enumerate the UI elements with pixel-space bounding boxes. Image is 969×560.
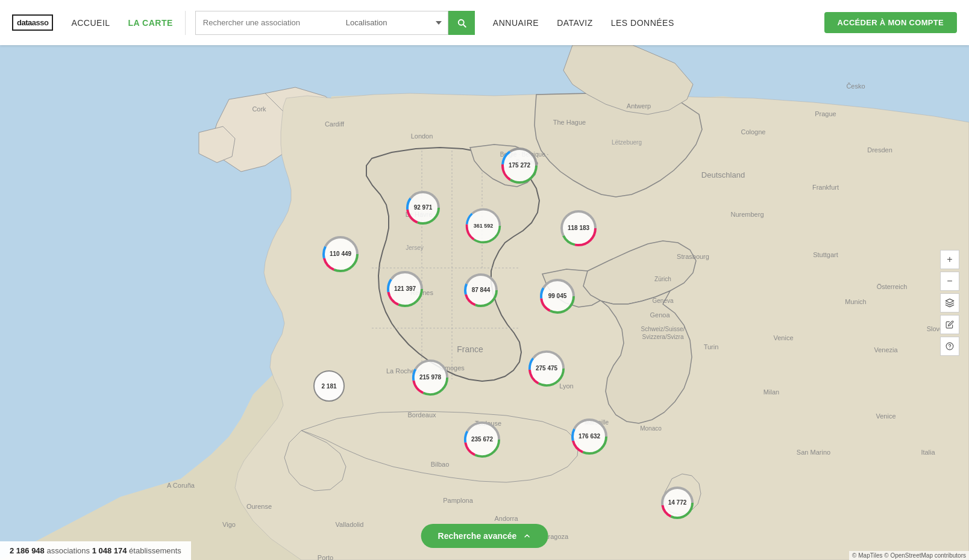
cluster-label-87844: 87 844 (472, 287, 491, 294)
association-label: associations (46, 546, 92, 555)
svg-text:Bordeaux: Bordeaux (407, 411, 436, 418)
svg-text:Pamplona: Pamplona (443, 497, 473, 504)
header: dataasso ACCUEIL LA CARTE Localisation A… (0, 0, 969, 45)
cluster-110449[interactable]: 110 449 (321, 235, 360, 273)
help-icon (945, 342, 954, 350)
cluster-275475[interactable]: 275 475 (527, 349, 566, 388)
svg-text:Milan: Milan (764, 388, 779, 396)
svg-text:Munich: Munich (845, 298, 866, 305)
cluster-235672[interactable]: 235 672 (463, 420, 501, 459)
svg-text:Jersey: Jersey (406, 244, 423, 251)
svg-text:Schweiz/Suisse/: Schweiz/Suisse/ (641, 326, 685, 332)
cluster-label-2181: 2 181 (321, 383, 336, 390)
svg-text:London: London (411, 132, 433, 140)
cluster-label-99045: 99 045 (548, 293, 567, 300)
search-icon (456, 17, 467, 28)
svg-text:Italia: Italia (921, 449, 935, 456)
search-button[interactable] (448, 11, 475, 35)
help-button[interactable] (940, 337, 959, 356)
svg-text:Venezia: Venezia (874, 346, 898, 353)
cluster-label-14772: 14 772 (668, 499, 687, 506)
svg-text:Valladolid: Valladolid (336, 521, 364, 528)
localisation-select[interactable]: Localisation (340, 11, 448, 35)
logo-part2: asso (32, 18, 49, 27)
svg-text:San Marino: San Marino (797, 449, 830, 456)
bottom-bar: 2 186 948 associations 1 048 174 établis… (0, 541, 191, 560)
cluster-label-215978: 215 978 (419, 374, 441, 381)
zoom-in-button[interactable]: + (940, 250, 959, 269)
cluster-label-92971: 92 971 (414, 204, 433, 211)
etablissement-count: 1 048 174 (92, 546, 127, 555)
cluster-175272[interactable]: 175 272 (500, 146, 539, 185)
nav-right: ANNUAIRE DATAVIZ LES DONNÉES (493, 18, 674, 28)
cluster-14772[interactable]: 14 772 (658, 484, 697, 522)
svg-text:Cardiff: Cardiff (325, 120, 345, 128)
cluster-215978[interactable]: 215 978 (411, 358, 450, 397)
nav-accueil[interactable]: ACCUEIL (71, 18, 110, 28)
cluster-176632[interactable]: 176 632 (570, 417, 609, 456)
nav-dataviz[interactable]: DATAVIZ (557, 18, 593, 28)
zoom-out-button[interactable]: − (940, 272, 959, 291)
search-area: Localisation (195, 11, 475, 35)
svg-text:Zürich: Zürich (654, 276, 671, 282)
cluster-label-361592: 361 592 (474, 223, 494, 229)
layers-icon (945, 298, 955, 308)
etablissement-label: établissements (129, 546, 181, 555)
svg-text:Prague: Prague (815, 110, 836, 117)
nav-annuaire[interactable]: ANNUAIRE (493, 18, 539, 28)
svg-text:Deutschland: Deutschland (701, 170, 745, 179)
svg-text:Monaco: Monaco (640, 425, 662, 432)
svg-text:The Hague: The Hague (553, 119, 586, 126)
nav-les-donnees[interactable]: LES DONNÉES (611, 18, 674, 28)
cluster-label-235672: 235 672 (471, 436, 493, 443)
cluster-label-176632: 176 632 (579, 433, 600, 440)
svg-text:Frankfurt: Frankfurt (812, 184, 839, 191)
cluster-361592[interactable]: 361 592 (464, 207, 503, 245)
logo[interactable]: dataasso (12, 14, 53, 31)
svg-text:Andorra: Andorra (494, 515, 518, 522)
map-attribution: © MapTiles © OpenStreetMap contributors (849, 551, 969, 560)
svg-text:Stuttgart: Stuttgart (813, 251, 838, 258)
cluster-2181[interactable]: 2 181 (313, 370, 345, 402)
cluster-92971[interactable]: 92 971 (404, 188, 442, 227)
svg-text:Genoa: Genoa (650, 311, 670, 319)
cluster-label-121397: 121 397 (394, 285, 416, 293)
svg-text:Strasbourg: Strasbourg (677, 253, 709, 260)
map-container[interactable]: France Deutschland Belgié · Belgique · -… (0, 45, 969, 560)
cluster-label-275475: 275 475 (536, 365, 557, 372)
svg-text:Venice: Venice (876, 412, 895, 420)
svg-text:Antwerp: Antwerp (627, 102, 651, 110)
svg-text:Ourense: Ourense (246, 503, 272, 510)
account-button[interactable]: ACCÉDER À MON COMPTE (824, 12, 957, 33)
svg-text:Nuremberg: Nuremberg (730, 211, 764, 218)
layers-button[interactable] (940, 293, 959, 313)
svg-text:France: France (457, 344, 483, 354)
svg-point-122 (949, 347, 950, 348)
svg-text:Dresden: Dresden (867, 146, 892, 154)
advanced-search-button[interactable]: Recherche avancée (421, 524, 548, 548)
search-input[interactable] (195, 11, 340, 35)
cluster-87844[interactable]: 87 844 (462, 271, 500, 310)
logo-part1: data (17, 18, 32, 27)
cluster-label-110449: 110 449 (330, 250, 351, 258)
svg-text:Lëtzebuerg: Lëtzebuerg (612, 139, 642, 146)
svg-text:Vigo: Vigo (222, 521, 236, 528)
nav-la-carte[interactable]: LA CARTE (128, 18, 173, 28)
cluster-label-118183: 118 183 (568, 225, 589, 232)
cluster-label-175272: 175 272 (509, 162, 530, 169)
svg-text:Bilbao: Bilbao (431, 461, 450, 468)
svg-text:Česko: Česko (846, 82, 865, 90)
advanced-search-label: Recherche avancée (438, 531, 517, 541)
nav-divider (185, 11, 186, 35)
map-controls: + − (940, 250, 959, 356)
svg-text:Österreich: Österreich (877, 283, 908, 290)
cluster-99045[interactable]: 99 045 (538, 277, 577, 316)
chevron-up-icon (522, 532, 531, 540)
cluster-121397[interactable]: 121 397 (386, 270, 424, 308)
edit-button[interactable] (940, 315, 959, 334)
svg-text:Porto: Porto (318, 554, 333, 560)
svg-text:Venice: Venice (773, 334, 793, 341)
cluster-118183[interactable]: 118 183 (559, 209, 598, 247)
main-nav: ACCUEIL LA CARTE (71, 18, 172, 28)
svg-text:Cork: Cork (252, 105, 266, 113)
